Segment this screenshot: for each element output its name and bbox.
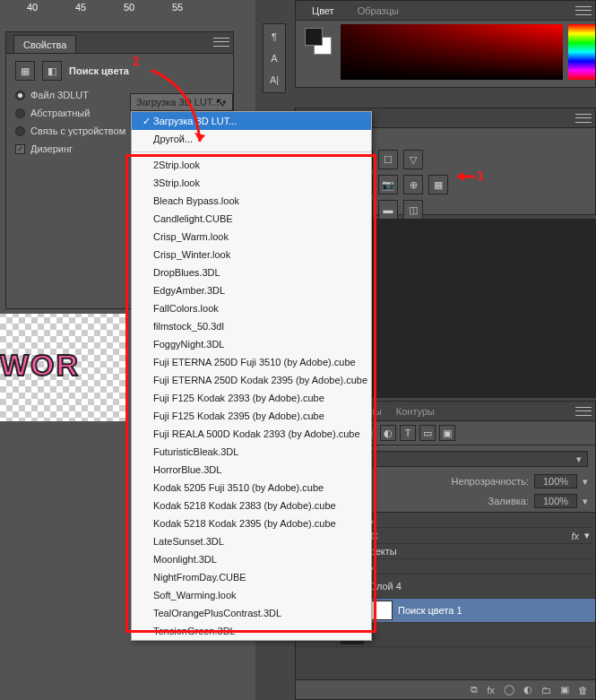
dropdown-item[interactable]: Fuji ETERNA 250D Fuji 3510 (by Adobe).cu…	[132, 353, 371, 371]
canvas-text-preview: WOR	[0, 348, 80, 383]
radio-label: Файл 3DLUT	[30, 90, 89, 100]
panel-menu-icon[interactable]	[213, 36, 229, 48]
annotation-label-1: 1	[477, 169, 484, 183]
opacity-label: Непрозрачность:	[452, 476, 529, 487]
exposure-icon[interactable]: ☐	[378, 150, 398, 169]
trash-icon[interactable]: 🗑	[578, 685, 588, 696]
mask-icon[interactable]: ◯	[504, 684, 514, 696]
tab-paths[interactable]: Контуры	[391, 402, 440, 420]
photo-filter-icon[interactable]: 📷	[378, 175, 398, 194]
dropdown-item[interactable]: Kodak 5205 Fuji 3510 (by Adobe).cube	[132, 479, 371, 497]
dropdown-item[interactable]: HorrorBlue.3DL	[132, 461, 371, 479]
checkbox-label: Дизеринг	[30, 143, 73, 154]
color-tabs: Цвет Образцы	[296, 1, 595, 21]
dropdown-item[interactable]: 3Strip.look	[132, 174, 371, 192]
hue-strip[interactable]	[568, 24, 595, 80]
dropdown-item[interactable]: TensionGreen.3DL	[132, 622, 371, 640]
panel-menu-icon[interactable]	[575, 4, 592, 17]
radio-label: Связь с устройством	[30, 125, 125, 136]
radio-icon	[15, 108, 25, 118]
dropdown-item[interactable]: Crisp_Winter.look	[132, 246, 371, 264]
separator	[132, 151, 371, 152]
tab-color[interactable]: Цвет	[305, 2, 341, 20]
dropdown-item[interactable]: 2Strip.look	[132, 156, 371, 174]
fx-icon[interactable]: fx	[487, 685, 495, 696]
color-lookup-icon[interactable]: ▦	[428, 175, 448, 194]
filter-adj-icon[interactable]: ◐	[380, 425, 396, 441]
dropdown-item[interactable]: Fuji F125 Kodak 2395 (by Adobe).cube	[132, 407, 371, 425]
annotation-label-2: 2	[133, 54, 140, 68]
filter-smart-icon[interactable]: ▣	[439, 425, 455, 441]
dropdown-item[interactable]: Bleach Bypass.look	[132, 192, 371, 210]
collapsed-panel-strip: ¶ A A|	[263, 23, 286, 93]
radio-icon	[15, 126, 25, 136]
tab-swatches[interactable]: Образцы	[350, 2, 406, 20]
dropdown-item[interactable]: FuturisticBleak.3DL	[132, 443, 371, 461]
dropdown-item[interactable]: Fuji ETERNA 250D Kodak 2395 (by Adobe).c…	[132, 371, 371, 389]
adj-layer-icon[interactable]: ◐	[523, 684, 532, 696]
chevron-down-icon[interactable]: ▾	[584, 530, 590, 541]
dropdown-item[interactable]: EdgyAmber.3DL	[132, 281, 371, 299]
filter-type-icon[interactable]: T	[400, 425, 416, 441]
dropdown-item[interactable]: Candlelight.CUBE	[132, 210, 371, 228]
panel-heading: Поиск цвета	[69, 65, 129, 76]
lut-dropdown: ✓Загрузка 3D LUT... Другой... 2Strip.loo…	[131, 111, 372, 641]
fill-label: Заливка:	[488, 496, 529, 506]
channel-mixer-icon[interactable]: ⊕	[403, 175, 423, 194]
horizontal-ruler: 40 45 50 55	[0, 0, 251, 16]
lut-file-select[interactable]: Загрузка 3D LUT... ▾	[130, 93, 233, 111]
dropdown-item-other[interactable]: Другой...	[132, 130, 371, 148]
dropdown-item[interactable]: Crisp_Warm.look	[132, 228, 371, 246]
dropdown-item[interactable]: Fuji F125 Kodak 2393 (by Adobe).cube	[132, 389, 371, 407]
dropdown-item[interactable]: Moonlight.3DL	[132, 550, 371, 568]
dropdown-item[interactable]: TealOrangePlusContrast.3DL	[132, 604, 371, 622]
annotation-arrow-1	[453, 170, 475, 183]
panel-tab-bar: Свойства	[6, 32, 233, 54]
dropdown-item[interactable]: NightFromDay.CUBE	[132, 568, 371, 586]
fx-badge[interactable]: fx	[571, 531, 579, 541]
grid-icon: ▦	[15, 61, 35, 81]
dropdown-item[interactable]: LateSunset.3DL	[132, 532, 371, 550]
dropdown-item[interactable]: FoggyNight.3DL	[132, 335, 371, 353]
mask-thumb	[369, 601, 393, 620]
filter-shape-icon[interactable]: ▭	[419, 425, 436, 441]
chevron-down-icon[interactable]: ▾	[583, 496, 588, 507]
group-icon[interactable]: 🗀	[541, 685, 551, 696]
dropdown-item[interactable]: Kodak 5218 Kodak 2383 (by Adobe).cube	[132, 497, 371, 514]
mask-icon[interactable]: ◧	[42, 61, 62, 81]
glyph-icon[interactable]: A|	[265, 71, 283, 89]
dropdown-item[interactable]: DropBlues.3DL	[132, 264, 371, 281]
checkbox-icon: ✓	[15, 144, 25, 154]
chevron-down-icon: ▾	[222, 98, 227, 107]
opacity-value[interactable]: 100%	[534, 474, 577, 488]
fg-bg-swatch[interactable]	[305, 28, 332, 55]
properties-tab[interactable]: Свойства	[13, 35, 76, 53]
dropdown-item[interactable]: Kodak 5218 Kodak 2395 (by Adobe).cube	[132, 514, 371, 532]
dropdown-item[interactable]: Fuji REALA 500D Kodak 2393 (by Adobe).cu…	[132, 425, 371, 443]
selective-color-icon[interactable]: ◫	[403, 200, 423, 220]
radio-label: Абстрактный	[30, 108, 90, 118]
dropdown-item[interactable]: filmstock_50.3dl	[132, 317, 371, 335]
color-ramp[interactable]	[341, 24, 563, 80]
char-styles-icon[interactable]: A	[265, 49, 283, 67]
panel-menu-icon[interactable]	[575, 112, 592, 125]
new-layer-icon[interactable]: ▣	[560, 684, 569, 696]
select-label: Загрузка 3D LUT...	[136, 97, 220, 108]
panel-menu-icon[interactable]	[575, 405, 592, 418]
fill-value[interactable]: 100%	[534, 494, 577, 508]
layer-footer: ⧉ fx ◯ ◐ 🗀 ▣ 🗑	[296, 679, 595, 699]
dropdown-item[interactable]: FallColors.look	[132, 299, 371, 317]
paragraph-styles-icon[interactable]: ¶	[265, 28, 283, 46]
dropdown-item[interactable]: Soft_Warming.look	[132, 586, 371, 604]
vibrance-icon[interactable]: ▽	[403, 150, 423, 169]
chevron-down-icon[interactable]: ▾	[583, 476, 588, 488]
fg-swatch[interactable]	[305, 28, 323, 46]
dropdown-item-load[interactable]: ✓Загрузка 3D LUT...	[132, 112, 371, 130]
radio-icon	[15, 91, 25, 100]
gradient-map-icon[interactable]: ▬	[378, 200, 398, 220]
color-panel: Цвет Образцы	[295, 0, 596, 88]
panel-title-row: ▦ ◧ Поиск цвета	[15, 61, 224, 81]
link-icon[interactable]: ⧉	[471, 684, 478, 696]
